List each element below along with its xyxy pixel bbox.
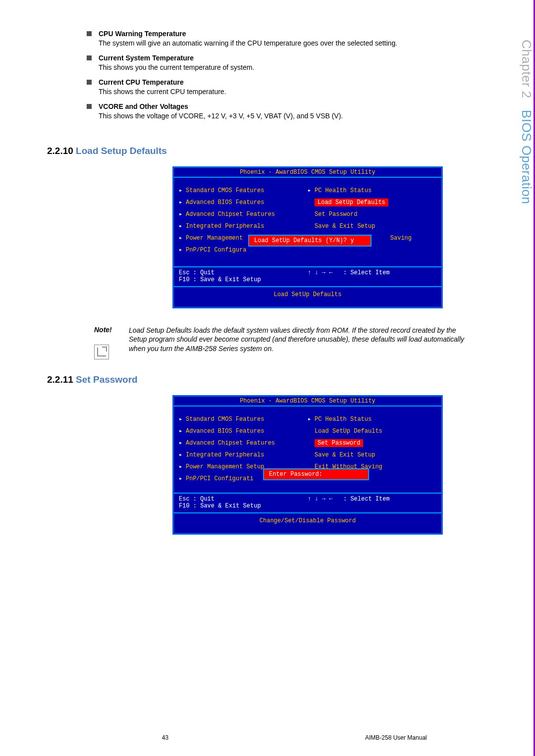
square-bullet-icon (87, 80, 92, 85)
menu-arrow-icon: ▸ (308, 187, 315, 194)
menu-item: Standard CMOS Features (186, 416, 264, 423)
menu-arrow-icon: ▸ (179, 210, 186, 218)
note-block: Note! Load Setup Defaults loads the defa… (94, 326, 474, 359)
section-heading: 2.2.11 Set Password (47, 374, 514, 385)
menu-item: Save & Exit Setup (315, 223, 375, 230)
menu-item: Standard CMOS Features (186, 187, 264, 194)
menu-item-selected: Set Password (315, 439, 363, 447)
dialog-text: Enter Password: (269, 471, 322, 478)
section-heading: 2.2.10 Load Setup Defaults (47, 146, 514, 156)
menu-arrow-icon: ▸ (179, 246, 186, 253)
menu-arrow-icon: ▸ (179, 222, 186, 230)
menu-item: PC Health Status (315, 187, 372, 194)
bullet-item: CPU Warning Temperature The system will … (87, 30, 469, 53)
note-label: Note! (94, 326, 124, 334)
bullet-desc: This shows the current CPU temperature. (99, 87, 469, 97)
menu-item: Advanced Chipset Features (186, 440, 275, 447)
bullet-title: CPU Warning Temperature (99, 30, 469, 38)
menu-arrow-icon: ▸ (179, 199, 186, 206)
page-number: 43 (0, 734, 330, 741)
menu-arrow-icon: ▸ (308, 415, 315, 423)
bullet-desc: This shows you the current temperature o… (99, 63, 469, 72)
bios-main-menu: ▸Standard CMOS Features ▸Advanced BIOS F… (174, 405, 441, 493)
bios-help-bar: Esc : Quit ↑ ↓ → ← : Select Item F10 : S… (174, 266, 441, 286)
menu-item: Save & Exit Setup (315, 452, 375, 458)
menu-arrow-icon: ▸ (179, 475, 186, 482)
section-title: Set Password (76, 374, 138, 385)
square-bullet-icon (87, 31, 92, 36)
section-title: Load Setup Defaults (76, 146, 167, 156)
help-key: F10 : Save & Exit Setup (179, 276, 308, 283)
menu-arrow-icon: ▸ (179, 463, 186, 470)
menu-arrow-icon: ▸ (179, 439, 186, 447)
section-number: 2.2.11 (47, 374, 73, 385)
bios-footer: Change/Set/Disable Password (174, 512, 441, 533)
square-bullet-icon (87, 104, 92, 109)
bullet-desc: The system will give an automatic warnin… (99, 39, 469, 48)
menu-item: Advanced BIOS Features (186, 199, 264, 206)
menu-item: Power Management (186, 235, 243, 242)
menu-item: PC Health Status (315, 416, 372, 423)
bios-title: Phoenix - AwardBIOS CMOS Setup Utility (174, 397, 441, 405)
menu-item: Power Management Setup (186, 463, 264, 470)
bios-footer: Load SetUp Defaults (174, 286, 441, 307)
bios-screenshot: Phoenix - AwardBIOS CMOS Setup Utility ▸… (172, 395, 443, 535)
bullet-list: CPU Warning Temperature The system will … (87, 30, 469, 126)
confirm-dialog: Load SetUp Defaults (Y/N)? y (248, 235, 372, 247)
bullet-desc: This shows the voltage of VCORE, +12 V, … (99, 111, 469, 121)
help-key: ↑ ↓ → ← : Select Item (308, 496, 436, 503)
doc-title: AIMB-258 User Manual (330, 734, 534, 741)
menu-item: Integrated Peripherals (186, 452, 264, 458)
bullet-item: Current System Temperature This shows yo… (87, 54, 469, 77)
square-bullet-icon (87, 55, 92, 60)
menu-item: Advanced BIOS Features (186, 428, 264, 435)
menu-arrow-icon: ▸ (179, 427, 186, 435)
help-key: ↑ ↓ → ← : Select Item (308, 269, 436, 276)
note-icon (94, 345, 109, 359)
help-key: Esc : Quit (179, 269, 308, 276)
menu-item-selected: Load SetUp Defaults (315, 199, 388, 206)
bullet-title: Current System Temperature (99, 54, 469, 62)
bios-help-bar: Esc : Quit ↑ ↓ → ← : Select Item F10 : S… (174, 493, 441, 512)
dialog-text: Load SetUp Defaults (Y/N)? y (254, 237, 354, 244)
help-key: Esc : Quit (179, 496, 308, 503)
menu-arrow-icon: ▸ (179, 234, 186, 242)
chapter-title: BIOS Operation (519, 110, 534, 204)
chapter-side-tab: Chapter 2 BIOS Operation (519, 40, 534, 204)
document-page: Chapter 2 BIOS Operation CPU Warning Tem… (0, 0, 535, 756)
password-dialog: Enter Password: (263, 468, 369, 480)
menu-item: Advanced Chipset Features (186, 211, 275, 218)
bullet-item: Current CPU Temperature This shows the c… (87, 78, 469, 101)
chapter-label: Chapter 2 (519, 40, 534, 99)
bullet-title: Current CPU Temperature (99, 78, 469, 86)
page-footer: 43 AIMB-258 User Manual (0, 734, 534, 741)
menu-item: PnP/PCI Configura (186, 247, 246, 253)
menu-item: Load SetUp Defaults (315, 428, 382, 435)
help-key: F10 : Save & Exit Setup (179, 503, 308, 509)
bullet-item: VCORE and Other Voltages This shows the … (87, 102, 469, 126)
section-number: 2.2.10 (47, 146, 73, 156)
note-text: Load Setup Defaults loads the default sy… (129, 326, 474, 354)
menu-item: Set Password (315, 211, 357, 218)
menu-item: PnP/PCI Configurati (186, 475, 254, 482)
menu-item: Saving (390, 235, 412, 242)
menu-arrow-icon: ▸ (179, 187, 186, 194)
menu-arrow-icon: ▸ (179, 415, 186, 423)
menu-arrow-icon: ▸ (179, 451, 186, 458)
menu-item: Integrated Peripherals (186, 223, 264, 230)
bios-main-menu: ▸Standard CMOS Features ▸Advanced BIOS F… (174, 177, 441, 266)
bios-title: Phoenix - AwardBIOS CMOS Setup Utility (174, 168, 441, 177)
bios-screenshot: Phoenix - AwardBIOS CMOS Setup Utility ▸… (172, 166, 443, 308)
bullet-title: VCORE and Other Voltages (99, 102, 469, 110)
